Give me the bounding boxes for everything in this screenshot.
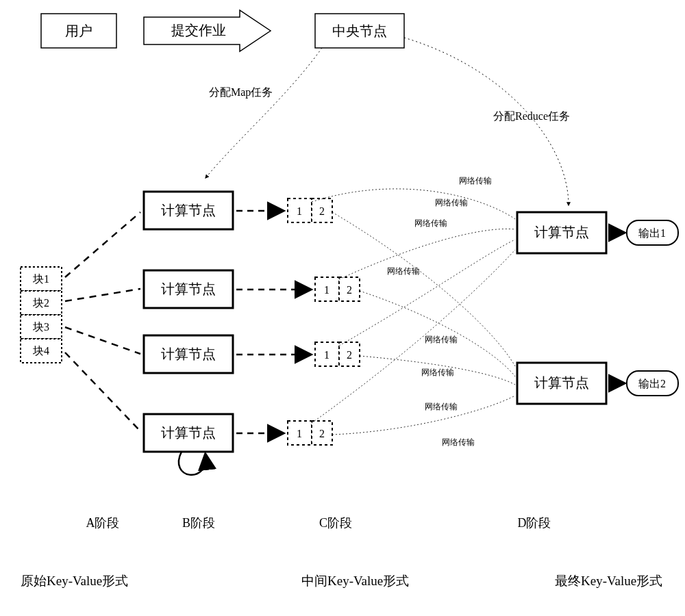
- svg-line-14: [65, 212, 140, 277]
- svg-text:计算节点: 计算节点: [161, 281, 216, 296]
- svg-text:网络传输: 网络传输: [442, 437, 475, 447]
- central-box: 中央节点: [315, 14, 404, 48]
- map-node-2: 计算节点: [144, 270, 233, 308]
- user-label: 用户: [65, 23, 92, 38]
- svg-text:1: 1: [297, 205, 302, 217]
- phase-a: A阶段: [86, 516, 120, 530]
- phase-d: D阶段: [518, 516, 551, 530]
- reduce-node-1: 计算节点: [517, 212, 606, 253]
- svg-text:网络传输: 网络传输: [425, 335, 458, 344]
- output-2: 输出2: [627, 371, 678, 396]
- output-1: 输出1: [627, 220, 678, 245]
- block-1: 块1: [32, 273, 49, 285]
- svg-line-17: [65, 352, 140, 431]
- map-node-4: 计算节点: [144, 414, 233, 452]
- shuffle-edges: [312, 189, 515, 435]
- self-loop-icon: [179, 452, 206, 475]
- svg-text:计算节点: 计算节点: [161, 203, 216, 218]
- svg-line-16: [65, 327, 140, 354]
- central-label: 中央节点: [332, 23, 387, 38]
- mapreduce-diagram: 用户 提交作业 中央节点 分配Map任务 分配Reduce任务 块1 块2 块3…: [0, 0, 685, 616]
- svg-text:计算节点: 计算节点: [534, 375, 589, 390]
- block-3: 块3: [32, 321, 49, 333]
- svg-text:输出1: 输出1: [638, 227, 666, 239]
- svg-text:网络传输: 网络传输: [421, 368, 454, 377]
- svg-text:网络传输: 网络传输: [414, 218, 447, 228]
- svg-text:计算节点: 计算节点: [161, 425, 216, 440]
- reduce-node-2: 计算节点: [517, 363, 606, 404]
- svg-text:网络传输: 网络传输: [387, 266, 420, 276]
- svg-text:1: 1: [324, 284, 329, 296]
- map-node-1: 计算节点: [144, 192, 233, 229]
- kv-final: 最终Key-Value形式: [555, 574, 662, 588]
- map-node-3: 计算节点: [144, 335, 233, 373]
- map-to-partition-edges: [236, 211, 310, 433]
- svg-text:网络传输: 网络传输: [425, 402, 458, 411]
- svg-text:2: 2: [347, 284, 352, 296]
- block-4: 块4: [32, 345, 49, 357]
- svg-text:2: 2: [347, 349, 352, 361]
- kv-orig: 原始Key-Value形式: [21, 574, 128, 588]
- phase-c: C阶段: [319, 516, 352, 530]
- svg-text:计算节点: 计算节点: [161, 346, 216, 361]
- svg-text:1: 1: [324, 349, 329, 361]
- svg-text:输出2: 输出2: [638, 378, 666, 389]
- submit-arrow: 提交作业: [144, 10, 271, 51]
- assign-map-label: 分配Map任务: [209, 86, 273, 99]
- svg-line-15: [65, 289, 140, 301]
- svg-text:2: 2: [319, 428, 325, 439]
- phase-b: B阶段: [182, 516, 215, 530]
- user-box: 用户: [41, 14, 116, 48]
- svg-text:网络传输: 网络传输: [435, 198, 468, 207]
- kv-mid: 中间Key-Value形式: [301, 574, 409, 588]
- svg-text:网络传输: 网络传输: [459, 176, 492, 185]
- svg-text:2: 2: [319, 205, 325, 217]
- assign-reduce-label: 分配Reduce任务: [493, 110, 570, 122]
- submit-label: 提交作业: [171, 23, 226, 38]
- block-2: 块2: [32, 297, 49, 309]
- partitions: 1 2 1 2 1 2 1 2: [288, 198, 360, 445]
- svg-text:计算节点: 计算节点: [534, 224, 589, 240]
- assign-map-arrow: [206, 48, 322, 178]
- input-blocks: 块1 块2 块3 块4: [21, 267, 62, 363]
- svg-text:1: 1: [297, 428, 302, 439]
- block-to-map-edges: [65, 212, 140, 431]
